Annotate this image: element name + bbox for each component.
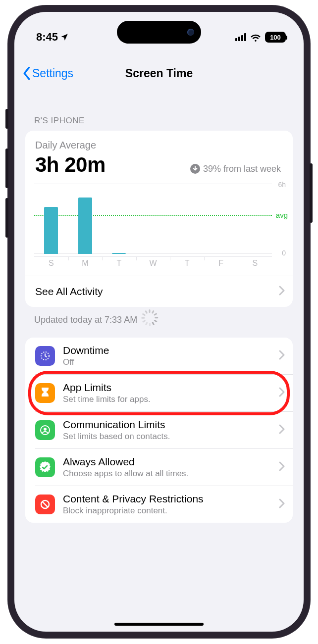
options-card: Downtime Off App Limits Set time limits … bbox=[25, 338, 293, 523]
communication-limits-row[interactable]: Communication Limits Set limits based on… bbox=[25, 412, 293, 448]
x-tick: M bbox=[68, 257, 103, 268]
app-limits-sub: Set time limits for apps. bbox=[63, 395, 151, 404]
dynamic-island bbox=[117, 21, 201, 44]
chevron-left-icon bbox=[22, 67, 31, 80]
chevron-right-icon bbox=[279, 286, 285, 298]
chevron-right-icon bbox=[279, 387, 285, 399]
usage-card: Daily Average 3h 20m 39% from last week … bbox=[25, 131, 293, 307]
downtime-title: Downtime bbox=[63, 345, 109, 356]
delta-text: 39% from last week bbox=[115, 164, 283, 174]
power-button bbox=[310, 163, 313, 223]
x-tick: F bbox=[204, 257, 238, 268]
navbar: Settings Screen Time bbox=[14, 59, 304, 87]
x-tick: W bbox=[136, 257, 170, 268]
spinner-icon bbox=[143, 314, 155, 326]
front-camera bbox=[187, 29, 194, 36]
home-indicator[interactable] bbox=[114, 623, 204, 626]
volume-down-button bbox=[5, 198, 8, 238]
chevron-right-icon bbox=[279, 498, 285, 510]
bar-m-1 bbox=[78, 198, 92, 254]
wifi-icon bbox=[250, 33, 261, 42]
y-tick-bot: 0 bbox=[282, 249, 286, 257]
always-allowed-title: Always Allowed bbox=[63, 456, 188, 468]
daily-average-value: 3h 20m bbox=[35, 153, 106, 177]
y-tick-top: 6h bbox=[278, 181, 286, 189]
person-circle-icon bbox=[35, 420, 55, 440]
chevron-right-icon bbox=[279, 424, 285, 436]
content-privacy-row[interactable]: Content & Privacy Restrictions Block ina… bbox=[25, 486, 293, 523]
chevron-right-icon bbox=[279, 461, 285, 473]
comm-limits-title: Communication Limits bbox=[63, 419, 170, 431]
downtime-row[interactable]: Downtime Off bbox=[25, 338, 293, 374]
average-label: avg bbox=[276, 211, 288, 219]
downtime-icon bbox=[35, 346, 55, 366]
updated-text: Updated today at 7:33 AM bbox=[25, 307, 293, 338]
chevron-right-icon bbox=[279, 350, 285, 362]
section-header: R'S IPHONE bbox=[25, 116, 293, 131]
status-time: 8:45 bbox=[36, 31, 58, 44]
daily-average-label: Daily Average bbox=[35, 140, 283, 151]
content-privacy-sub: Block inappropriate content. bbox=[63, 506, 204, 516]
usage-chart[interactable]: 6h 0 avg SMTWTFS bbox=[34, 184, 284, 268]
silence-switch bbox=[5, 109, 8, 129]
app-limits-row[interactable]: App Limits Set time limits for apps. bbox=[25, 375, 293, 411]
arrow-down-circle-icon bbox=[190, 164, 200, 174]
x-tick: T bbox=[170, 257, 204, 268]
battery-icon: 100 bbox=[265, 32, 286, 43]
always-allowed-row[interactable]: Always Allowed Choose apps to allow at a… bbox=[25, 449, 293, 486]
bar-s-0 bbox=[44, 207, 58, 254]
battery-percent: 100 bbox=[270, 34, 281, 41]
downtime-sub: Off bbox=[63, 357, 109, 367]
back-label: Settings bbox=[32, 67, 73, 80]
volume-up-button bbox=[5, 149, 8, 188]
svg-point-2 bbox=[44, 428, 47, 431]
back-button[interactable]: Settings bbox=[22, 67, 73, 80]
location-icon bbox=[60, 33, 69, 42]
see-all-activity-row[interactable]: See All Activity bbox=[25, 276, 293, 307]
x-tick: S bbox=[34, 257, 68, 268]
always-allowed-sub: Choose apps to allow at all times. bbox=[63, 469, 188, 479]
x-tick: T bbox=[102, 257, 136, 268]
cellular-icon bbox=[235, 33, 246, 41]
hourglass-icon bbox=[35, 383, 55, 403]
page-title: Screen Time bbox=[125, 67, 193, 80]
screen: 8:45 100 Settings Screen Time R'S IPHONE bbox=[14, 12, 304, 632]
content-privacy-title: Content & Privacy Restrictions bbox=[63, 493, 204, 505]
comm-limits-sub: Set limits based on contacts. bbox=[63, 432, 170, 442]
iphone-frame: 8:45 100 Settings Screen Time R'S IPHONE bbox=[7, 5, 311, 639]
svg-line-4 bbox=[43, 502, 48, 507]
no-symbol-icon bbox=[35, 495, 55, 514]
see-all-label: See All Activity bbox=[35, 286, 103, 297]
app-limits-title: App Limits bbox=[63, 382, 151, 394]
bar-t-2 bbox=[112, 253, 126, 254]
checkmark-seal-icon bbox=[35, 457, 55, 477]
x-tick: S bbox=[238, 257, 272, 268]
